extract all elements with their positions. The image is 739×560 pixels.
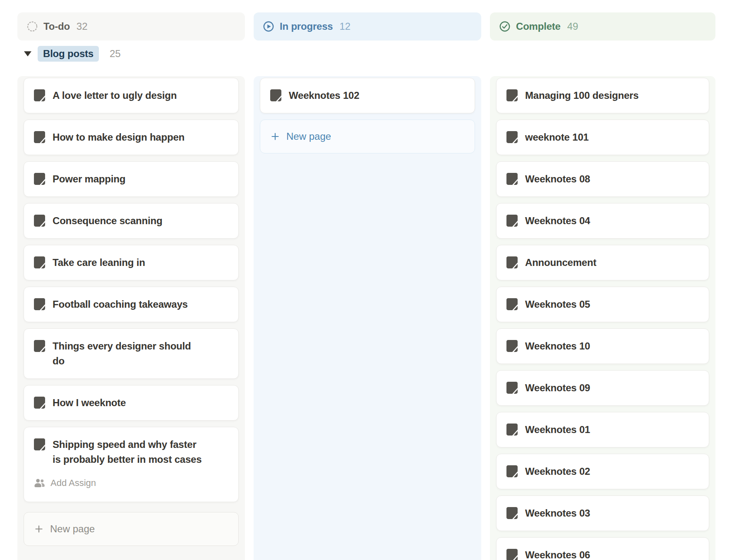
column-card-count: 12: [340, 21, 351, 32]
page-icon: [34, 215, 45, 227]
card-title: Weeknotes 03: [525, 506, 590, 521]
card-how-i-weeknote[interactable]: How I weeknote: [24, 385, 239, 421]
card-managing-100-designers[interactable]: Managing 100 designers: [496, 78, 709, 113]
card-weeknotes-09[interactable]: Weeknotes 09: [496, 370, 709, 406]
card-weeknotes-02[interactable]: Weeknotes 02: [496, 454, 709, 489]
play-circle-icon: [263, 21, 274, 32]
page-icon: [34, 438, 45, 450]
card-title: Weeknotes 10: [525, 339, 590, 354]
page-icon: [506, 549, 518, 560]
page-icon: [506, 256, 518, 268]
card-how-to-make-design-happen[interactable]: How to make design happen: [24, 120, 239, 155]
new-page-button-todo[interactable]: New page: [24, 512, 239, 546]
column-complete: Managing 100 designers weeknote 101 Week…: [490, 76, 715, 560]
card-title: Weeknotes 06: [525, 548, 590, 560]
add-assign-label: Add Assign: [50, 478, 96, 488]
card-title: How I weeknote: [53, 395, 126, 410]
page-icon: [34, 173, 45, 185]
page-icon: [34, 89, 45, 101]
card-weeknotes-102[interactable]: Weeknotes 102: [260, 78, 475, 113]
page-icon: [506, 215, 518, 227]
card-football-coaching-takeaways[interactable]: Football coaching takeaways: [24, 287, 239, 322]
card-title: Shipping speed and why faster is probabl…: [53, 437, 202, 467]
column-card-count: 49: [567, 21, 578, 32]
page-icon: [506, 507, 518, 519]
card-shipping-speed[interactable]: Shipping speed and why faster is probabl…: [24, 427, 239, 502]
card-title: Things every designer should do: [53, 339, 191, 369]
card-weeknotes-05[interactable]: Weeknotes 05: [496, 287, 709, 322]
dashed-circle-icon: [26, 21, 38, 32]
card-title: Weeknotes 04: [525, 213, 590, 228]
page-icon: [34, 340, 45, 352]
page-icon: [506, 298, 518, 310]
page-icon: [506, 424, 518, 436]
card-title: A love letter to ugly design: [53, 88, 177, 103]
page-icon: [506, 173, 518, 185]
card-weeknote-101[interactable]: weeknote 101: [496, 120, 709, 155]
card-weeknotes-10[interactable]: Weeknotes 10: [496, 328, 709, 364]
card-title: Weeknotes 05: [525, 297, 590, 312]
card-title: Weeknotes 102: [289, 88, 359, 103]
card-announcement[interactable]: Announcement: [496, 245, 709, 280]
add-assign-button[interactable]: Add Assign: [34, 477, 202, 489]
card-title-row: Shipping speed and why faster is probabl…: [34, 437, 202, 467]
card-weeknotes-04[interactable]: Weeknotes 04: [496, 203, 709, 239]
card-title: Managing 100 designers: [525, 88, 638, 103]
column-status-label: To-do: [43, 21, 70, 32]
column-in-progress: Weeknotes 102 New page: [254, 76, 481, 560]
page-icon: [506, 131, 518, 143]
column-header-in-progress[interactable]: In progress 12: [254, 12, 481, 41]
group-name-chip[interactable]: Blog posts: [38, 46, 99, 62]
card-title: Weeknotes 01: [525, 422, 590, 437]
column-header-todo[interactable]: To-do 32: [17, 12, 245, 41]
column-card-count: 32: [77, 21, 88, 32]
card-title: Power mapping: [53, 172, 125, 187]
page-icon: [506, 340, 518, 352]
check-circle-icon: [499, 21, 511, 32]
page-icon: [506, 89, 518, 101]
triangle-down-icon[interactable]: [24, 51, 31, 57]
new-page-button-in-progress[interactable]: New page: [260, 120, 475, 153]
card-title: Weeknotes 09: [525, 381, 590, 395]
card-title: Football coaching takeaways: [53, 297, 188, 312]
group-header-blog-posts: Blog posts 25: [24, 45, 121, 62]
card-title: Weeknotes 02: [525, 464, 590, 479]
card-take-care-leaning-in[interactable]: Take care leaning in: [24, 245, 239, 280]
column-header-complete[interactable]: Complete 49: [490, 12, 715, 41]
page-icon: [34, 131, 45, 143]
card-weeknotes-01[interactable]: Weeknotes 01: [496, 412, 709, 448]
card-title: Take care leaning in: [53, 255, 145, 270]
card-power-mapping[interactable]: Power mapping: [24, 161, 239, 197]
card-title: How to make design happen: [53, 130, 185, 145]
column-status-label: In progress: [280, 21, 333, 32]
board-columns: A love letter to ugly design How to make…: [17, 76, 715, 560]
card-title: Consequence scanning: [53, 213, 162, 228]
new-page-label: New page: [50, 523, 95, 535]
people-icon: [34, 479, 45, 488]
group-count: 25: [110, 48, 121, 60]
page-icon: [34, 298, 45, 310]
new-page-label: New page: [286, 131, 331, 142]
card-title: Announcement: [525, 255, 596, 270]
page-icon: [506, 465, 518, 477]
board-header-row: To-do 32 In progress 12 Complete 49: [17, 12, 715, 41]
card-weeknotes-06[interactable]: Weeknotes 06: [496, 537, 709, 560]
card-a-love-letter-to-ugly-design[interactable]: A love letter to ugly design: [24, 78, 239, 113]
card-title: weeknote 101: [525, 130, 589, 145]
page-icon: [34, 397, 45, 409]
card-content: Shipping speed and why faster is probabl…: [34, 437, 202, 489]
page-icon: [34, 256, 45, 268]
column-status-label: Complete: [516, 21, 561, 32]
page-icon: [506, 382, 518, 394]
plus-icon: [34, 524, 44, 534]
card-weeknotes-03[interactable]: Weeknotes 03: [496, 495, 709, 531]
column-todo: A love letter to ugly design How to make…: [17, 76, 245, 560]
plus-icon: [270, 132, 280, 141]
card-weeknotes-08[interactable]: Weeknotes 08: [496, 161, 709, 197]
card-things-every-designer-should-do[interactable]: Things every designer should do: [24, 328, 239, 379]
card-consequence-scanning[interactable]: Consequence scanning: [24, 203, 239, 239]
card-title: Weeknotes 08: [525, 172, 590, 187]
page-icon: [270, 89, 281, 101]
